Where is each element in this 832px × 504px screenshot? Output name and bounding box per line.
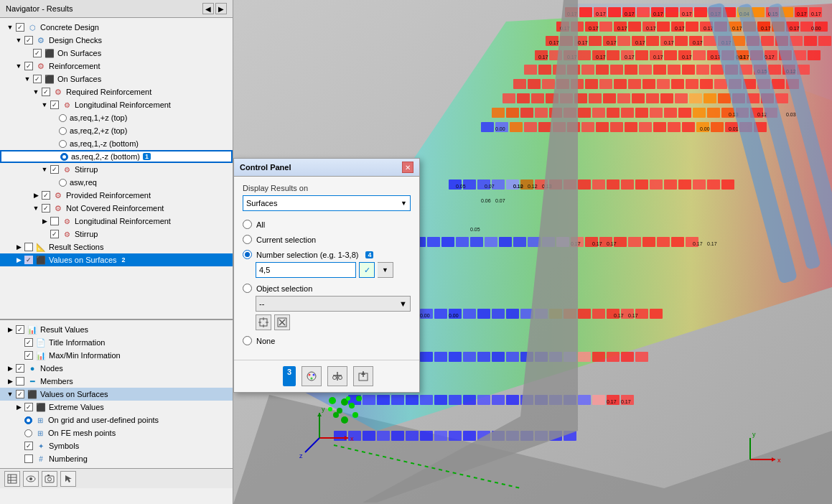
number-confirm-btn[interactable]: ✓ — [359, 262, 375, 278]
provided-reinf-checkbox[interactable] — [42, 191, 50, 200]
radio-object-btn[interactable] — [243, 284, 252, 293]
reinforcement-item[interactable]: ▼ ⚙ Reinforcement — [0, 60, 233, 73]
radio-none-btn[interactable] — [243, 336, 252, 345]
numbering-checkbox[interactable] — [24, 454, 33, 463]
required-reinf-item[interactable]: ▼ ⚙ Required Reinforcement — [0, 85, 233, 98]
title-info-item[interactable]: 📄 Title Information — [0, 336, 233, 349]
as-req-1-bottom-item[interactable]: as,req,1,-z (bottom) — [0, 137, 233, 150]
maxmin-checkbox[interactable] — [24, 351, 33, 360]
not-covered-reinf-item[interactable]: ▼ ⚙ Not Covered Reinforcement — [0, 202, 233, 215]
svg-rect-208 — [707, 179, 720, 190]
cp-close-btn[interactable]: ✕ — [402, 162, 413, 173]
numbering-icon: # — [35, 453, 47, 465]
as-req-1-top-radio[interactable] — [59, 114, 67, 122]
palette-btn[interactable] — [302, 366, 322, 386]
result-sections-item[interactable]: ▶ 📐 Result Sections — [0, 241, 233, 253]
table-view-btn[interactable] — [4, 471, 20, 487]
on-fe-mesh-radio[interactable] — [24, 429, 32, 437]
radio-object[interactable]: Object selection — [243, 284, 411, 293]
nc-stirrup-item[interactable]: ⚙ Stirrup — [0, 228, 233, 241]
required-reinf-checkbox[interactable] — [42, 88, 50, 96]
svg-rect-73 — [578, 50, 591, 60]
camera-btn[interactable] — [42, 471, 57, 487]
extreme-values-checkbox[interactable] — [24, 403, 33, 411]
members-item[interactable]: ▶ ━ Members — [0, 375, 233, 388]
nodes-checkbox[interactable] — [16, 364, 24, 373]
nc-long-item[interactable]: ▶ ⚙ Longitudinal Reinforcement — [0, 215, 233, 228]
reinforcement-checkbox[interactable] — [24, 62, 33, 70]
eye-view-btn[interactable] — [23, 471, 39, 487]
reinf-surfaces-item[interactable]: ▼ ⬛ On Surfaces — [0, 73, 233, 85]
long-reinf-checkbox[interactable] — [50, 101, 59, 109]
design-checks-checkbox[interactable] — [24, 36, 33, 45]
values-surfaces-bottom-checkbox[interactable] — [16, 390, 24, 398]
as-req-1-top-item[interactable]: as,req,1,+z (top) — [0, 111, 233, 124]
title-info-checkbox[interactable] — [24, 338, 33, 347]
cp-titlebar[interactable]: Control Panel ✕ — [234, 159, 419, 177]
on-grid-item[interactable]: ⊞ On grid and user-defined points — [0, 414, 233, 426]
nc-stirrup-checkbox[interactable] — [50, 230, 59, 238]
as-req-1-bottom-radio[interactable] — [59, 140, 67, 148]
numbering-item[interactable]: # Numbering — [0, 452, 233, 465]
3d-view-area[interactable]: 0.170.170.170.170.170.170.040.150.17 0.1… — [233, 0, 832, 504]
obj-select-btn[interactable] — [256, 314, 271, 330]
radio-all-btn[interactable] — [243, 220, 252, 229]
number-input[interactable] — [256, 262, 356, 278]
result-sections-checkbox[interactable] — [24, 243, 33, 251]
export-btn[interactable] — [353, 366, 373, 386]
svg-rect-152 — [520, 108, 533, 118]
members-checkbox[interactable] — [16, 377, 24, 386]
cp-body: Display Results on Surfaces ▼ All Curren… — [234, 177, 419, 360]
stirrup-item[interactable]: ▼ ⚙ Stirrup — [0, 163, 233, 176]
radio-none-label: None — [256, 337, 275, 345]
nodes-item[interactable]: ▶ ● Nodes — [0, 362, 233, 375]
design-checks-item[interactable]: ▼ ⚙ Design Checks — [0, 34, 233, 47]
nav-expand-btn[interactable]: ▶ — [215, 3, 227, 14]
svg-rect-112 — [542, 79, 555, 89]
as-req-2-top-item[interactable]: as,req,2,+z (top) — [0, 124, 233, 137]
radio-none[interactable]: None — [243, 336, 411, 345]
not-covered-checkbox[interactable] — [42, 204, 50, 213]
nc-long-checkbox[interactable] — [50, 217, 59, 225]
radio-number-btn[interactable] — [243, 250, 252, 259]
on-grid-radio[interactable] — [24, 416, 32, 424]
result-values-item[interactable]: ▶ 📊 Result Values — [0, 323, 233, 336]
svg-rect-153 — [535, 108, 548, 118]
long-reinf-item[interactable]: ▼ ⚙ Longitudinal Reinforcement — [0, 98, 233, 111]
number-dropdown-btn[interactable]: ▼ — [378, 262, 393, 278]
values-surfaces-bottom-item[interactable]: ▼ ⬛ Values on Surfaces — [0, 388, 233, 401]
radio-current-btn[interactable] — [243, 235, 252, 244]
svg-rect-38 — [657, 22, 670, 32]
as-req-2-top-radio[interactable] — [59, 127, 67, 135]
as-req-2-bottom-item[interactable]: as,req,2,-z (bottom) 1 — [0, 150, 233, 163]
reinf-surfaces-checkbox[interactable] — [33, 75, 42, 83]
nav-collapse-btn[interactable]: ◀ — [202, 3, 214, 14]
dc-surfaces-item[interactable]: ⬛ On Surfaces — [0, 47, 233, 60]
display-dropdown[interactable]: Surfaces ▼ — [243, 195, 411, 211]
values-surfaces-checkbox[interactable] — [24, 256, 33, 264]
svg-rect-97 — [625, 65, 637, 75]
svg-rect-299 — [463, 431, 476, 441]
symbols-checkbox[interactable] — [24, 442, 33, 450]
cursor-btn[interactable] — [60, 471, 76, 487]
maxmin-info-item[interactable]: 📊 Max/Min Information — [0, 349, 233, 362]
extreme-values-item[interactable]: ▶ ⬛ Extreme Values — [0, 401, 233, 414]
concrete-design-header[interactable]: ▼ ⬡ Concrete Design — [0, 21, 233, 34]
provided-reinf-item[interactable]: ▶ ⚙ Provided Reinforcement — [0, 189, 233, 202]
radio-all[interactable]: All — [243, 220, 411, 229]
symbols-item[interactable]: ✦ Symbols — [0, 439, 233, 452]
on-fe-mesh-item[interactable]: ⊞ On FE mesh points — [0, 426, 233, 439]
asw-req-item[interactable]: asw,req — [0, 176, 233, 189]
asw-req-radio[interactable] — [59, 179, 67, 187]
concrete-design-checkbox[interactable] — [16, 23, 24, 32]
obj-clear-btn[interactable] — [274, 314, 290, 330]
balance-btn[interactable] — [327, 366, 347, 386]
as-req-2-bottom-radio[interactable] — [60, 153, 68, 161]
radio-current[interactable]: Current selection — [243, 235, 411, 244]
object-dropdown[interactable]: -- ▼ — [256, 296, 411, 312]
dc-surfaces-checkbox[interactable] — [33, 49, 42, 57]
result-values-checkbox[interactable] — [16, 325, 24, 334]
values-surfaces-item[interactable]: ▶ ⬛ Values on Surfaces 2 — [0, 253, 233, 266]
stirrup-checkbox[interactable] — [50, 165, 59, 174]
radio-number[interactable]: Number selection (e.g. 1-3,8) 4 — [243, 250, 411, 259]
